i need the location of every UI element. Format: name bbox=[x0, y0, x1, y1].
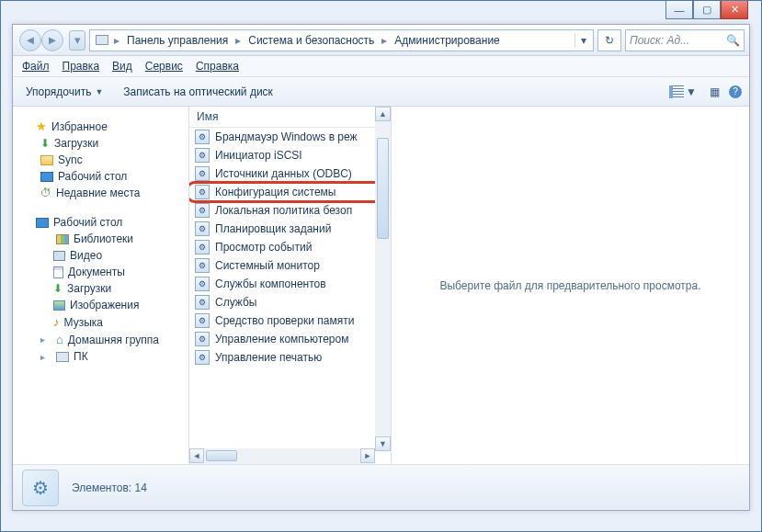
file-item[interactable]: ⚙Службы компонентов bbox=[189, 275, 391, 293]
tree-favorites[interactable]: ★ Избранное bbox=[17, 118, 185, 135]
breadcrumb-part-3[interactable]: Администрирование bbox=[389, 34, 505, 47]
navigation-bar: ◄ ► ▾ ▸ Панель управления ▸ Система и бе… bbox=[13, 25, 749, 56]
shortcut-icon: ⚙ bbox=[195, 295, 210, 310]
file-list-pane: Имя ⚙Брандмауэр Windows в реж⚙Инициатор … bbox=[189, 107, 392, 464]
navigation-pane: ★ Избранное ⬇ Загрузки Sync Рабочий стол… bbox=[13, 107, 189, 464]
tree-recent[interactable]: ⏱ Недавние места bbox=[17, 185, 185, 201]
shortcut-icon: ⚙ bbox=[195, 148, 210, 163]
preview-pane-button[interactable]: ▦ bbox=[706, 84, 723, 100]
window-content: ◄ ► ▾ ▸ Панель управления ▸ Система и бе… bbox=[12, 24, 750, 511]
nav-back-forward: ◄ ► bbox=[17, 28, 65, 53]
vertical-scrollbar[interactable]: ▲ ▼ bbox=[375, 107, 391, 451]
file-item[interactable]: ⚙Конфигурация системы bbox=[189, 183, 391, 201]
tree-pictures[interactable]: Изображения bbox=[17, 297, 185, 313]
picture-icon bbox=[53, 300, 65, 311]
file-item[interactable]: ⚙Источники данных (ODBC) bbox=[189, 164, 391, 183]
window-controls: — ▢ ✕ bbox=[665, 1, 748, 19]
help-icon[interactable]: ? bbox=[729, 85, 742, 98]
caret-icon[interactable]: ▸ bbox=[40, 334, 50, 345]
caret-icon[interactable]: ▸ bbox=[40, 352, 50, 362]
tree-documents[interactable]: Документы bbox=[17, 264, 185, 280]
file-name: Конфигурация системы bbox=[215, 186, 336, 198]
menu-tools[interactable]: Сервис bbox=[145, 60, 183, 73]
close-button[interactable]: ✕ bbox=[721, 1, 748, 19]
chevron-right-icon[interactable]: ▸ bbox=[112, 34, 121, 47]
preview-pane: Выберите файл для предварительного просм… bbox=[392, 107, 749, 464]
location-icon bbox=[96, 35, 108, 45]
tree-videos[interactable]: Видео bbox=[17, 247, 185, 264]
file-name: Источники данных (ODBC) bbox=[215, 167, 352, 180]
file-name: Просмотр событий bbox=[215, 241, 312, 254]
shortcut-icon: ⚙ bbox=[195, 350, 210, 365]
menu-help[interactable]: Справка bbox=[196, 60, 239, 73]
file-item[interactable]: ⚙Брандмауэр Windows в реж bbox=[189, 128, 391, 146]
scroll-down-button[interactable]: ▼ bbox=[375, 436, 391, 451]
recent-locations-button[interactable]: ▾ bbox=[69, 30, 85, 51]
file-name: Службы компонентов bbox=[215, 277, 326, 290]
organize-button[interactable]: Упорядочить ▼ bbox=[20, 83, 108, 101]
folder-icon bbox=[40, 155, 53, 165]
download-icon: ⬇ bbox=[40, 137, 50, 150]
column-header-name[interactable]: Имя bbox=[189, 107, 391, 128]
file-item[interactable]: ⚙Службы bbox=[189, 293, 391, 311]
file-name: Планировщик заданий bbox=[215, 222, 331, 235]
forward-button[interactable]: ► bbox=[41, 29, 63, 51]
view-list-icon bbox=[669, 85, 684, 98]
back-button[interactable]: ◄ bbox=[19, 29, 41, 51]
file-item[interactable]: ⚙Планировщик заданий bbox=[189, 220, 391, 238]
shortcut-icon: ⚙ bbox=[195, 240, 210, 255]
breadcrumb-part-1[interactable]: Панель управления bbox=[121, 34, 233, 47]
scroll-left-button[interactable]: ◄ bbox=[189, 448, 204, 463]
tree-desktop[interactable]: Рабочий стол bbox=[17, 168, 185, 185]
document-icon bbox=[53, 266, 63, 278]
star-icon: ★ bbox=[36, 119, 47, 133]
video-icon bbox=[53, 251, 65, 261]
breadcrumb-part-2[interactable]: Система и безопасность bbox=[243, 34, 380, 47]
menu-file[interactable]: Файл bbox=[22, 60, 50, 73]
refresh-button[interactable]: ↻ bbox=[597, 29, 621, 51]
tree-music[interactable]: ♪ Музыка bbox=[17, 313, 185, 331]
shortcut-icon: ⚙ bbox=[195, 203, 210, 218]
burn-button[interactable]: Записать на оптический диск bbox=[118, 83, 279, 101]
shortcut-icon: ⚙ bbox=[195, 166, 210, 181]
file-name: Брандмауэр Windows в реж bbox=[215, 130, 358, 143]
scroll-right-button[interactable]: ► bbox=[360, 448, 375, 463]
file-item[interactable]: ⚙Локальная политика безоп bbox=[189, 201, 391, 220]
scroll-thumb[interactable] bbox=[377, 138, 389, 239]
view-mode-button[interactable]: ▼ bbox=[665, 84, 700, 100]
file-name: Локальная политика безоп bbox=[215, 204, 352, 217]
file-item[interactable]: ⚙Системный монитор bbox=[189, 256, 391, 275]
address-bar[interactable]: ▸ Панель управления ▸ Система и безопасн… bbox=[89, 29, 594, 51]
minimize-button[interactable]: — bbox=[665, 1, 693, 19]
file-item[interactable]: ⚙Управление печатью bbox=[189, 348, 391, 367]
shortcut-icon: ⚙ bbox=[195, 130, 210, 144]
maximize-button[interactable]: ▢ bbox=[693, 1, 721, 19]
tree-downloads-lib[interactable]: ⬇ Загрузки bbox=[17, 280, 185, 297]
tree-homegroup[interactable]: ▸ ⌂ Домашняя группа bbox=[17, 331, 185, 348]
tree-downloads[interactable]: ⬇ Загрузки bbox=[17, 135, 185, 152]
shortcut-icon: ⚙ bbox=[195, 332, 210, 346]
scroll-up-button[interactable]: ▲ bbox=[375, 107, 391, 121]
shortcut-icon: ⚙ bbox=[195, 258, 210, 273]
tree-desktop-root[interactable]: Рабочий стол bbox=[17, 214, 185, 231]
address-dropdown-button[interactable]: ▾ bbox=[574, 34, 591, 47]
hscroll-thumb[interactable] bbox=[206, 450, 237, 461]
chevron-down-icon: ▼ bbox=[95, 87, 103, 96]
menu-view[interactable]: Вид bbox=[112, 60, 132, 73]
chevron-right-icon[interactable]: ▸ bbox=[380, 34, 389, 47]
status-folder-icon: ⚙ bbox=[22, 470, 59, 506]
tree-libraries[interactable]: Библиотеки bbox=[17, 231, 185, 247]
horizontal-scrollbar[interactable]: ◄ ► bbox=[189, 448, 375, 464]
chevron-right-icon[interactable]: ▸ bbox=[233, 34, 243, 47]
file-item[interactable]: ⚙Средство проверки памяти bbox=[189, 311, 391, 330]
file-item[interactable]: ⚙Инициатор iSCSI bbox=[189, 146, 391, 164]
tree-pc[interactable]: ▸ ПК bbox=[17, 348, 185, 365]
tree-sync[interactable]: Sync bbox=[17, 152, 185, 168]
file-item[interactable]: ⚙Просмотр событий bbox=[189, 238, 391, 256]
file-name: Управление компьютером bbox=[215, 333, 348, 345]
desktop-icon bbox=[36, 218, 49, 228]
search-box[interactable]: Поиск: Ад... 🔍 bbox=[625, 29, 745, 51]
menu-edit[interactable]: Правка bbox=[63, 60, 100, 73]
search-icon[interactable]: 🔍 bbox=[726, 34, 740, 47]
file-item[interactable]: ⚙Управление компьютером bbox=[189, 330, 391, 348]
